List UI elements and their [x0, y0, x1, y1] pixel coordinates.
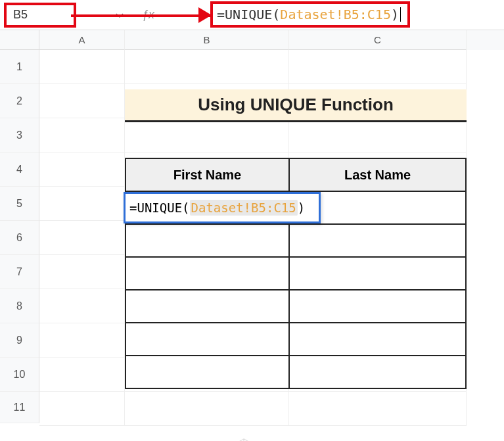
row-header-2[interactable]: 2	[0, 84, 39, 118]
header-first-name: First Name	[126, 158, 289, 191]
row-header-6[interactable]: 6	[0, 221, 39, 255]
formula-reference: Dataset!B5:C15	[280, 7, 391, 22]
select-all-corner[interactable]	[0, 30, 39, 50]
cell-C9[interactable]	[289, 323, 466, 356]
page-title-text: Using UNIQUE Function	[198, 95, 394, 115]
cell-B9[interactable]	[126, 323, 289, 356]
row-header-4[interactable]: 4	[0, 152, 39, 187]
watermark-logo-icon	[237, 438, 251, 441]
cell-C8[interactable]	[289, 290, 466, 323]
annotation-line	[71, 14, 210, 17]
row-header-9[interactable]: 9	[0, 323, 39, 358]
edit-eq: =	[129, 200, 137, 215]
active-cell-editor[interactable]: = UNIQUE ( Dataset!B5:C15 )	[124, 192, 321, 223]
name-box[interactable]: B5	[4, 3, 76, 28]
row-header-10[interactable]: 10	[0, 358, 39, 392]
edit-ref: Dataset!B5:C15	[191, 200, 296, 215]
formula-eq: =	[217, 7, 225, 22]
text-cursor	[400, 7, 401, 22]
name-box-value: B5	[13, 8, 28, 22]
row-header-3[interactable]: 3	[0, 118, 39, 152]
edit-open: (	[182, 200, 189, 215]
row-header-5[interactable]: 5	[0, 187, 39, 221]
cell-B8[interactable]	[126, 290, 289, 323]
watermark: OfficeWheel	[237, 438, 317, 441]
cell-B7[interactable]	[126, 257, 289, 290]
cell-C7[interactable]	[289, 257, 466, 290]
edit-fn: UNIQUE	[137, 200, 182, 215]
col-header-A[interactable]: A	[39, 30, 125, 50]
row-header-7[interactable]: 7	[0, 255, 39, 289]
col-header-B[interactable]: B	[125, 30, 289, 50]
edit-close: )	[298, 200, 305, 215]
cell-B6[interactable]	[126, 224, 289, 257]
row-header-11[interactable]: 11	[0, 392, 39, 423]
formula-bar[interactable]: = UNIQUE ( Dataset!B5:C15 )	[210, 1, 410, 28]
formula-function: UNIQUE	[225, 7, 272, 22]
formula-close-paren: )	[391, 7, 399, 22]
header-last-name: Last Name	[289, 158, 466, 191]
row-header-1[interactable]: 1	[0, 50, 39, 84]
col-header-C[interactable]: C	[289, 30, 467, 50]
row-header-column: 1 2 3 4 5 6 7 8 9 10 11	[0, 30, 39, 441]
formula-toolbar: B5 ƒx = UNIQUE ( Dataset!B5:C15 )	[0, 0, 504, 30]
column-headers: A B C	[39, 30, 504, 50]
annotation-arrow	[198, 7, 212, 23]
formula-open-paren: (	[272, 7, 280, 22]
grid[interactable]: Using UNIQUE Function First Name Last Na…	[39, 50, 504, 426]
row-header-8[interactable]: 8	[0, 289, 39, 323]
spreadsheet: 1 2 3 4 5 6 7 8 9 10 11 A B C	[0, 30, 504, 441]
page-title: Using UNIQUE Function	[125, 89, 467, 122]
cell-C10[interactable]	[289, 356, 466, 388]
cell-B10[interactable]	[126, 356, 289, 388]
cell-C6[interactable]	[289, 224, 466, 257]
